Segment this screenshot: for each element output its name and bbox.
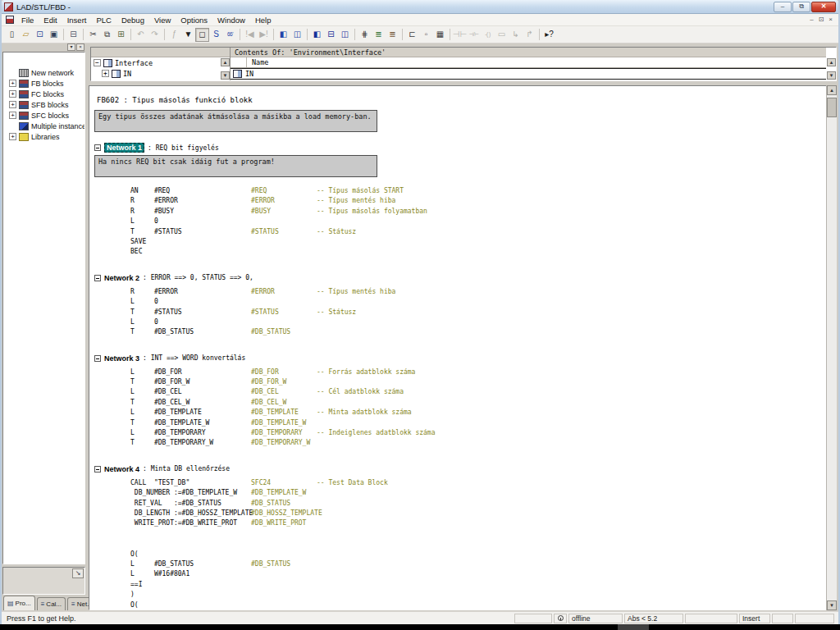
toolbar-separator — [273, 29, 274, 40]
network-name[interactable]: Network 3 — [104, 354, 139, 363]
empty-box-icon[interactable]: ⊏ — [405, 28, 419, 42]
expand-icon[interactable]: + — [9, 90, 16, 98]
sidebar-item-fb-blocks[interactable]: +FB blocks — [3, 78, 84, 89]
expand-icon[interactable]: + — [9, 80, 16, 87]
paste-icon[interactable]: ⊞ — [114, 28, 128, 42]
collapse-icon[interactable] — [94, 466, 101, 472]
download-icon[interactable]: ▼ — [181, 28, 195, 42]
help-icon[interactable]: ▸? — [542, 28, 556, 42]
delete-network-icon[interactable]: ≣ — [386, 28, 399, 42]
menu-plc[interactable]: PLC — [91, 15, 116, 25]
bit-logic-icon[interactable]: ▫ — [419, 28, 433, 42]
menu-window[interactable]: Window — [212, 15, 250, 25]
expand-icon[interactable]: + — [9, 133, 16, 140]
symbol-representation-icon[interactable]: ◻ — [195, 28, 209, 42]
collapse-icon[interactable] — [94, 275, 101, 281]
symbol-label: #DB_CEL_W — [251, 398, 286, 408]
scroll-up-icon[interactable]: ▲ — [221, 58, 230, 66]
print-icon[interactable]: ⊟ — [66, 28, 80, 42]
sidebar-grip[interactable]: ▾ × — [2, 43, 85, 51]
scrollbar-track[interactable] — [827, 95, 837, 600]
detail-pane-button[interactable]: ↘ — [72, 568, 84, 578]
scroll-up-icon[interactable]: ▲ — [827, 85, 837, 95]
sidebar-close-icon[interactable]: × — [76, 43, 84, 51]
tab-pro[interactable]: ▤Pro... — [3, 596, 35, 610]
expand-icon[interactable]: + — [102, 70, 109, 77]
new-network-icon[interactable]: ⋕ — [358, 28, 372, 42]
scrollbar-thumb[interactable] — [827, 98, 837, 117]
code-line: O( — [130, 600, 826, 610]
scroll-down-icon[interactable]: ▼ — [221, 71, 230, 80]
interface-tree-item-interface[interactable]: −Interface — [91, 57, 230, 68]
tab-label: Pro... — [16, 600, 31, 607]
sidebar-pin-icon[interactable]: ▾ — [67, 43, 75, 51]
tile-left-icon[interactable]: ◧ — [310, 28, 324, 42]
overview-window-icon[interactable]: ◧ — [276, 28, 290, 42]
block-comment[interactable]: Egy tipus összes adatának átmásolása a m… — [94, 110, 377, 132]
new-icon[interactable]: ▯ — [5, 28, 19, 42]
menu-debug[interactable]: Debug — [116, 15, 149, 25]
status-cell: offline — [568, 614, 623, 623]
collapse-icon[interactable] — [94, 144, 101, 151]
cut-icon[interactable]: ✂ — [86, 28, 100, 42]
tab-cal[interactable]: ≡Cal... — [37, 597, 66, 610]
open-icon[interactable]: ▱ — [19, 28, 33, 42]
expand-icon[interactable]: + — [9, 112, 16, 119]
code-lines: AN #REQ#REQ-- Típus másolás STARTR #ERRO… — [130, 186, 826, 258]
tile-horizontal-icon[interactable]: ⊟ — [324, 28, 338, 42]
sidebar-item-new-network[interactable]: New network — [3, 67, 84, 78]
code-line: R #ERROR#ERROR-- Típus mentés hiba — [130, 287, 826, 297]
scroll-down-icon[interactable]: ▼ — [827, 71, 836, 80]
save-icon[interactable]: ▣ — [47, 28, 61, 42]
network-name[interactable]: Network 2 — [104, 274, 139, 282]
insert-network-icon[interactable]: ≣ — [372, 28, 386, 42]
detail-window-icon[interactable]: ◫ — [290, 28, 304, 42]
interface-table-pane: Contents Of: 'Environment\Interface' Nam… — [231, 48, 836, 80]
name-column-header[interactable]: Name — [231, 57, 826, 68]
icon-column — [231, 57, 247, 67]
child-window-icon[interactable] — [6, 16, 14, 24]
sidebar-item-sfc-blocks[interactable]: +SFC blocks — [3, 110, 84, 121]
network-title: : Minta DB ellenőrzése — [143, 465, 230, 472]
status-cell — [685, 614, 737, 623]
code-line: L 0 — [130, 317, 826, 327]
minimize-button[interactable]: – — [774, 2, 792, 12]
tile-vertical-icon[interactable]: ◫ — [338, 28, 352, 42]
sidebar-item-fc-blocks[interactable]: +FC blocks — [3, 89, 84, 99]
menu-options[interactable]: Options — [176, 15, 212, 25]
menu-file[interactable]: File — [16, 15, 39, 25]
symbol-label: #STATUS — [251, 308, 279, 317]
expand-icon[interactable]: − — [94, 59, 101, 66]
code-content[interactable]: FB602 : Tipus másolás funkció blokkEgy t… — [89, 85, 826, 610]
symbol-information-icon[interactable]: S — [209, 28, 223, 42]
network-name[interactable]: Network 1 — [104, 143, 144, 153]
code-line: L #DB_STATUS#DB_STATUS — [130, 559, 826, 569]
child-restore-icon[interactable]: ⊡ — [819, 16, 824, 23]
sidebar-item-multiple-instances[interactable]: Multiple instances — [3, 121, 84, 131]
interface-table-row[interactable]: IN — [231, 68, 826, 80]
network-comment[interactable]: Ha nincs REQ bit csak idáig fut a progra… — [94, 155, 377, 177]
interface-tree-item-in[interactable]: +IN — [91, 68, 230, 79]
sidebar-item-libraries[interactable]: +Libraries — [3, 131, 84, 142]
open-online-icon[interactable]: ⊡ — [33, 28, 47, 42]
expand-icon[interactable]: + — [9, 101, 16, 108]
child-close-icon[interactable]: × — [829, 16, 833, 23]
restore-button[interactable]: ⧉ — [792, 2, 810, 12]
code-line: T #DB_TEMPLATE_W#DB_TEMPLATE_W — [130, 418, 826, 428]
menu-edit[interactable]: Edit — [39, 15, 62, 25]
scroll-up-icon[interactable]: ▲ — [827, 58, 836, 66]
menu-help[interactable]: Help — [250, 15, 276, 25]
monitor-icon[interactable]: 66' — [223, 28, 237, 42]
copy-icon[interactable]: ⧉ — [100, 28, 114, 42]
code-line: RET_VAL :=#DB_STATUS#DB_STATUS — [130, 499, 826, 509]
menu-view[interactable]: View — [149, 15, 176, 25]
menu-insert[interactable]: Insert — [62, 15, 92, 25]
symbol-label: #DB_TEMPORARY_W — [251, 438, 310, 448]
collapse-icon[interactable] — [94, 355, 101, 362]
sidebar-item-sfb-blocks[interactable]: +SFB blocks — [3, 99, 84, 110]
close-button[interactable]: ✕ — [811, 2, 836, 12]
network-name[interactable]: Network 4 — [104, 465, 139, 473]
child-minimize-icon[interactable]: – — [810, 16, 813, 23]
program-elements-icon[interactable]: ▦ — [433, 28, 447, 42]
scroll-down-icon[interactable]: ▼ — [827, 600, 837, 610]
